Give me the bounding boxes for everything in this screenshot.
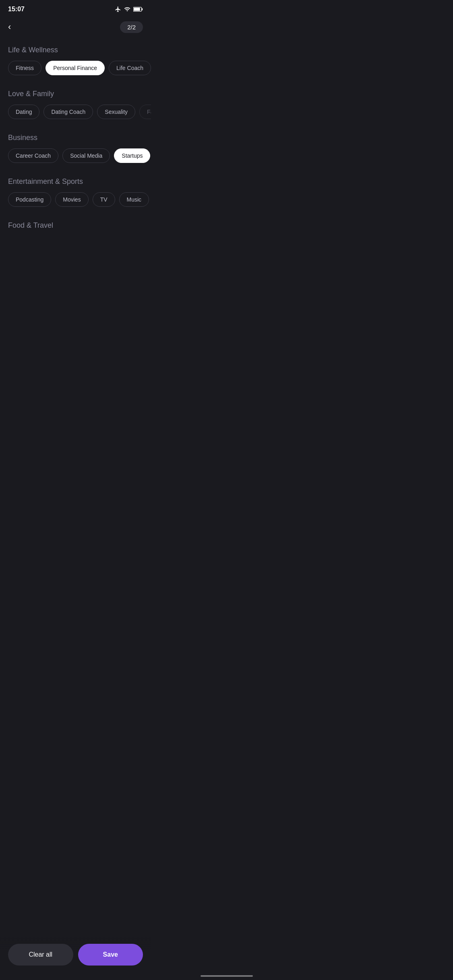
page-indicator: 2/2: [120, 21, 143, 33]
section-title-life-wellness: Life & Wellness: [8, 46, 143, 54]
section-food-travel: Food & Travel: [8, 221, 143, 230]
tag-music[interactable]: Music: [119, 192, 149, 207]
tag-tv[interactable]: TV: [93, 192, 115, 207]
tag-career-coach[interactable]: Career Coach: [8, 148, 58, 163]
tags-row-life-wellness: Fitness Personal Finance Life Coach Heal…: [8, 61, 143, 75]
back-button[interactable]: ‹: [8, 20, 14, 34]
tag-social-media[interactable]: Social Media: [62, 148, 110, 163]
section-title-love-family: Love & Family: [8, 90, 143, 98]
tag-movies[interactable]: Movies: [55, 192, 88, 207]
section-love-family: Love & Family Dating Dating Coach Sexual…: [8, 90, 143, 119]
svg-rect-2: [134, 8, 140, 11]
status-time: 15:07: [8, 6, 25, 13]
tag-podcasting[interactable]: Podcasting: [8, 192, 51, 207]
tag-sexuality[interactable]: Sexuality: [97, 105, 135, 119]
status-bar: 15:07: [0, 0, 151, 16]
tags-row-business: Career Coach Social Media Startups Ma: [8, 148, 143, 163]
tags-row-entertainment: Podcasting Movies TV Music Vide: [8, 192, 143, 207]
tag-startups[interactable]: Startups: [114, 148, 150, 163]
section-title-business: Business: [8, 134, 143, 142]
header: ‹ 2/2: [0, 16, 151, 42]
airplane-icon: [115, 6, 121, 12]
status-icons: [115, 6, 143, 12]
tag-life-coach[interactable]: Life Coach: [109, 61, 151, 75]
tag-personal-finance[interactable]: Personal Finance: [46, 61, 105, 75]
wifi-icon: [124, 6, 131, 12]
section-business: Business Career Coach Social Media Start…: [8, 134, 143, 163]
section-life-wellness: Life & Wellness Fitness Personal Finance…: [8, 46, 143, 75]
tag-dating[interactable]: Dating: [8, 105, 39, 119]
tags-row-love-family: Dating Dating Coach Sexuality Family &: [8, 105, 143, 119]
battery-icon: [133, 6, 143, 12]
tag-dating-coach[interactable]: Dating Coach: [43, 105, 93, 119]
section-title-entertainment: Entertainment & Sports: [8, 177, 143, 186]
tag-family[interactable]: Family &: [139, 105, 151, 119]
section-entertainment: Entertainment & Sports Podcasting Movies…: [8, 177, 143, 207]
section-title-food-travel: Food & Travel: [8, 221, 143, 230]
svg-rect-1: [142, 8, 143, 10]
main-content: Life & Wellness Fitness Personal Finance…: [0, 42, 151, 292]
tag-fitness[interactable]: Fitness: [8, 61, 41, 75]
